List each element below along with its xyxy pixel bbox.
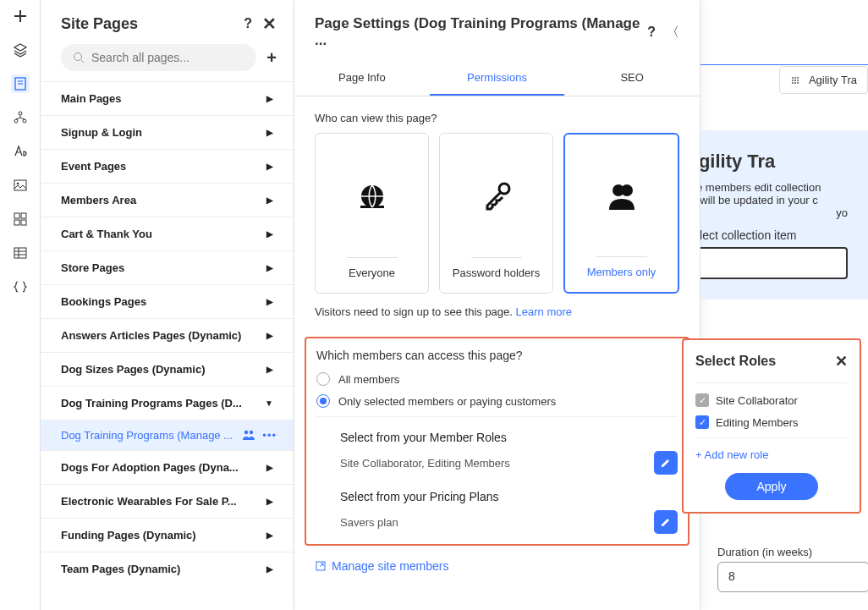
role-row-site-collaborator[interactable]: ✓ Site Collaborator — [695, 382, 848, 407]
left-icon-rail — [0, 0, 41, 610]
close-icon[interactable]: ✕ — [835, 352, 848, 371]
categories-list: Main Pages▶ Signup & Login▶ Event Pages▶… — [41, 81, 294, 585]
pricing-plans-title: Select from your Pricing Plans — [340, 490, 678, 503]
category-signup-login[interactable]: Signup & Login▶ — [41, 115, 294, 149]
category-team-dynamic[interactable]: Team Pages (Dynamic)▶ — [41, 552, 294, 585]
radio-all-members[interactable]: All members — [316, 372, 678, 386]
duration-input[interactable]: 8 — [717, 562, 868, 592]
radio-selected-members[interactable]: Only selected members or paying customer… — [316, 394, 678, 408]
category-bookings-pages[interactable]: Bookings Pages▶ — [41, 284, 294, 318]
close-icon[interactable]: ✕ — [262, 14, 277, 34]
breadcrumb-pill[interactable]: Agility Tra — [779, 66, 868, 94]
svg-point-26 — [792, 77, 794, 79]
font-icon[interactable] — [11, 142, 30, 161]
svg-point-3 — [19, 112, 22, 115]
search-input[interactable] — [91, 51, 244, 64]
role-label: Site Collaborator — [716, 394, 798, 407]
hero-text: site members edit collectiones will be u… — [700, 181, 848, 206]
perm-card-members[interactable]: Members only — [563, 133, 679, 294]
category-event-pages[interactable]: Event Pages▶ — [41, 149, 294, 183]
canvas-area: Agility Tra Agility Tra site members edi… — [700, 0, 868, 610]
hero-card: Agility Tra site members edit collection… — [700, 130, 868, 300]
svg-point-5 — [23, 119, 26, 123]
chevron-down-icon: ▼ — [265, 398, 273, 408]
tab-seo[interactable]: SEO — [564, 61, 700, 96]
tab-page-info[interactable]: Page Info — [294, 61, 430, 96]
perm-card-password[interactable]: Password holders — [439, 133, 553, 294]
chevron-right-icon: ▶ — [266, 564, 273, 574]
select-roles-title: Select Roles — [695, 354, 776, 369]
role-row-editing-members[interactable]: ✓ Editing Members — [695, 415, 848, 429]
add-new-role-link[interactable]: + Add new role — [695, 437, 848, 461]
image-icon[interactable] — [11, 176, 30, 195]
perm-card-everyone[interactable]: Everyone — [315, 133, 429, 294]
svg-point-18 — [244, 431, 248, 434]
code-braces-icon[interactable] — [11, 278, 30, 296]
key-icon — [481, 180, 513, 212]
svg-point-27 — [792, 82, 794, 84]
sitemap-icon[interactable] — [11, 108, 30, 127]
chevron-right-icon: ▶ — [266, 94, 273, 103]
collection-label: Select collection item — [700, 228, 848, 242]
pricing-plans-value: Savers plan — [340, 516, 398, 529]
table-icon[interactable] — [11, 244, 30, 262]
category-answers-dynamic[interactable]: Answers Articles Pages (Dynamic)▶ — [41, 318, 294, 352]
select-roles-popover: Select Roles ✕ ✓ Site Collaborator ✓ Edi… — [682, 338, 861, 514]
edit-plans-button[interactable] — [654, 510, 678, 534]
page-icon[interactable] — [11, 74, 30, 93]
search-icon — [73, 52, 85, 63]
svg-point-7 — [16, 183, 19, 185]
page-settings-panel: Page Settings (Dog Training Programs (Ma… — [294, 0, 700, 610]
back-icon[interactable]: 〈 — [666, 24, 679, 41]
more-icon[interactable]: ••• — [262, 429, 277, 442]
search-input-wrapper[interactable] — [61, 44, 256, 71]
tab-permissions[interactable]: Permissions — [430, 61, 565, 96]
svg-point-19 — [250, 431, 253, 434]
svg-point-33 — [794, 77, 796, 79]
chevron-right-icon: ▶ — [266, 331, 273, 340]
help-icon[interactable]: ? — [647, 25, 656, 40]
category-main-pages[interactable]: Main Pages▶ — [41, 81, 294, 115]
category-dog-training-dynamic[interactable]: Dog Training Programs Pages (D...▼ — [41, 386, 294, 420]
chevron-right-icon: ▶ — [266, 263, 273, 272]
category-wearables-dynamic[interactable]: Electronic Wearables For Sale P...▶ — [41, 484, 294, 518]
svg-line-17 — [81, 60, 84, 63]
chevron-right-icon: ▶ — [266, 162, 273, 171]
collection-select[interactable] — [700, 247, 848, 279]
which-members-label: Which members can access this page? — [316, 349, 678, 362]
apply-button[interactable]: Apply — [725, 473, 818, 500]
widgets-icon[interactable] — [11, 210, 30, 228]
who-can-view-label: Who can view this page? — [294, 96, 700, 133]
add-page-icon[interactable]: + — [266, 48, 277, 68]
members-icon — [242, 429, 255, 441]
svg-rect-8 — [14, 213, 19, 218]
page-item-dog-training-manage[interactable]: Dog Training Programs (Manage ... ••• — [41, 420, 294, 450]
svg-point-31 — [792, 80, 794, 81]
plus-icon[interactable] — [11, 7, 30, 25]
member-icon — [606, 181, 638, 213]
checkbox-checked-icon: ✓ — [695, 415, 709, 429]
help-icon[interactable]: ? — [244, 16, 252, 31]
radio-icon — [316, 372, 330, 386]
category-store-pages[interactable]: Store Pages▶ — [41, 250, 294, 284]
member-access-section: Which members can access this page? All … — [305, 337, 689, 546]
svg-point-28 — [797, 77, 799, 79]
category-members-area[interactable]: Members Area▶ — [41, 183, 294, 217]
edit-roles-button[interactable] — [654, 451, 678, 475]
svg-point-30 — [794, 80, 796, 81]
category-dogs-adoption-dynamic[interactable]: Dogs For Adoption Pages (Dyna...▶ — [41, 450, 294, 484]
category-dog-sizes-dynamic[interactable]: Dog Sizes Pages (Dynamic)▶ — [41, 352, 294, 386]
member-roles-title: Select from your Member Roles — [340, 431, 678, 444]
svg-point-24 — [621, 184, 633, 196]
category-funding-dynamic[interactable]: Funding Pages (Dynamic)▶ — [41, 518, 294, 552]
layers-icon[interactable] — [11, 41, 30, 59]
svg-point-29 — [797, 82, 799, 84]
canvas-ruler — [700, 64, 868, 65]
page-settings-title: Page Settings (Dog Training Programs (Ma… — [315, 15, 647, 49]
category-cart-thankyou[interactable]: Cart & Thank You▶ — [41, 217, 294, 250]
perm-label: Password holders — [453, 267, 540, 279]
learn-more-link[interactable]: Learn more — [516, 305, 572, 318]
manage-site-members-link[interactable]: Manage site members — [294, 546, 700, 586]
svg-rect-9 — [21, 213, 26, 218]
svg-rect-6 — [14, 180, 26, 190]
